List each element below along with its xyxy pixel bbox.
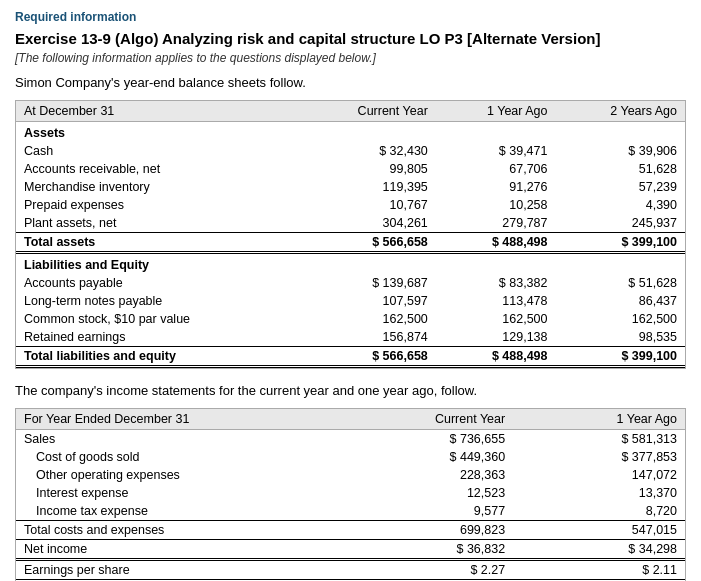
net-income-current: $ 36,832 <box>353 540 513 560</box>
required-label: Required information <box>15 10 686 24</box>
row-one-ago: 67,706 <box>436 160 556 178</box>
row-current: 10,767 <box>301 196 436 214</box>
row-label: Cash <box>16 142 301 160</box>
row-one-ago: 10,258 <box>436 196 556 214</box>
table-row: Cash $ 32,430 $ 39,471 $ 39,906 <box>16 142 685 160</box>
income-header: For Year Ended December 31 Current Year … <box>16 409 685 430</box>
row-one-ago: 13,370 <box>543 484 685 502</box>
row-one-ago: 91,276 <box>436 178 556 196</box>
is-col-one-ago: 1 Year Ago <box>543 409 685 430</box>
net-income-row: Net income $ 36,832 $ 34,298 <box>16 540 685 560</box>
assets-header-row: Assets <box>16 122 685 143</box>
row-label: Prepaid expenses <box>16 196 301 214</box>
intro-text: Simon Company's year-end balance sheets … <box>15 75 686 90</box>
row-label: Merchandise inventory <box>16 178 301 196</box>
row-label: Accounts payable <box>16 274 301 292</box>
table-row: Long-term notes payable 107,597 113,478 … <box>16 292 685 310</box>
row-label: Plant assets, net <box>16 214 301 233</box>
row-label: Retained earnings <box>16 328 301 347</box>
total-costs-row: Total costs and expenses 699,823 547,015 <box>16 521 685 540</box>
total-liab-row: Total liabilities and equity $ 566,658 $… <box>16 347 685 367</box>
row-current: 9,577 <box>353 502 513 521</box>
row-two-ago: $ 51,628 <box>555 274 685 292</box>
eps-label: Earnings per share <box>16 560 353 581</box>
row-one-ago: 113,478 <box>436 292 556 310</box>
sales-one-ago: $ 581,313 <box>543 430 685 449</box>
row-one-ago: 129,138 <box>436 328 556 347</box>
total-liab-two-ago: $ 399,100 <box>555 347 685 367</box>
total-liab-label: Total liabilities and equity <box>16 347 301 367</box>
row-one-ago: $ 39,471 <box>436 142 556 160</box>
row-label: Common stock, $10 par value <box>16 310 301 328</box>
row-current: 119,395 <box>301 178 436 196</box>
mid-text: The company's income statements for the … <box>15 383 686 398</box>
subtitle: [The following information applies to th… <box>15 51 686 65</box>
bs-col-label: At December 31 <box>16 101 301 122</box>
liabilities-header-row: Liabilities and Equity <box>16 253 685 275</box>
row-two-ago: $ 39,906 <box>555 142 685 160</box>
row-label: Income tax expense <box>16 502 353 521</box>
table-row: Interest expense 12,523 13,370 <box>16 484 685 502</box>
income-statement-table: For Year Ended December 31 Current Year … <box>15 408 686 581</box>
row-label: Long-term notes payable <box>16 292 301 310</box>
bs-col-two-ago: 2 Years Ago <box>555 101 685 122</box>
row-two-ago: 4,390 <box>555 196 685 214</box>
row-current: 156,874 <box>301 328 436 347</box>
net-income-one-ago: $ 34,298 <box>543 540 685 560</box>
row-current: 304,261 <box>301 214 436 233</box>
row-two-ago: 86,437 <box>555 292 685 310</box>
row-two-ago: 245,937 <box>555 214 685 233</box>
exercise-title: Exercise 13-9 (Algo) Analyzing risk and … <box>15 30 686 47</box>
row-one-ago: $ 83,382 <box>436 274 556 292</box>
total-costs-one-ago: 547,015 <box>543 521 685 540</box>
row-current: 228,363 <box>353 466 513 484</box>
bs-col-one-ago: 1 Year Ago <box>436 101 556 122</box>
row-one-ago: 8,720 <box>543 502 685 521</box>
is-col-label: For Year Ended December 31 <box>16 409 353 430</box>
row-current: 107,597 <box>301 292 436 310</box>
row-one-ago: 147,072 <box>543 466 685 484</box>
total-costs-label: Total costs and expenses <box>16 521 353 540</box>
assets-label: Assets <box>16 122 301 143</box>
balance-sheet-header: At December 31 Current Year 1 Year Ago 2… <box>16 101 685 122</box>
row-two-ago: 51,628 <box>555 160 685 178</box>
total-assets-two-ago: $ 399,100 <box>555 233 685 253</box>
eps-one-ago: $ 2.11 <box>543 560 685 581</box>
is-col-spacer <box>513 409 543 430</box>
row-two-ago: 98,535 <box>555 328 685 347</box>
is-col-current: Current Year <box>353 409 513 430</box>
total-assets-label: Total assets <box>16 233 301 253</box>
table-row: Cost of goods sold $ 449,360 $ 377,853 <box>16 448 685 466</box>
row-current: $ 139,687 <box>301 274 436 292</box>
row-current: $ 32,430 <box>301 142 436 160</box>
eps-current: $ 2.27 <box>353 560 513 581</box>
table-row: Retained earnings 156,874 129,138 98,535 <box>16 328 685 347</box>
total-liab-current: $ 566,658 <box>301 347 436 367</box>
row-one-ago: $ 377,853 <box>543 448 685 466</box>
row-label: Accounts receivable, net <box>16 160 301 178</box>
liabilities-label: Liabilities and Equity <box>16 253 301 275</box>
eps-row: Earnings per share $ 2.27 $ 2.11 <box>16 560 685 581</box>
row-one-ago: 279,787 <box>436 214 556 233</box>
sales-current: $ 736,655 <box>353 430 513 449</box>
net-income-label: Net income <box>16 540 353 560</box>
table-row: Common stock, $10 par value 162,500 162,… <box>16 310 685 328</box>
row-current: 162,500 <box>301 310 436 328</box>
table-row: Accounts payable $ 139,687 $ 83,382 $ 51… <box>16 274 685 292</box>
row-current: 12,523 <box>353 484 513 502</box>
sales-label: Sales <box>16 430 353 449</box>
row-two-ago: 162,500 <box>555 310 685 328</box>
table-row: Other operating expenses 228,363 147,072 <box>16 466 685 484</box>
row-one-ago: 162,500 <box>436 310 556 328</box>
total-assets-row: Total assets $ 566,658 $ 488,498 $ 399,1… <box>16 233 685 253</box>
balance-sheet-table: At December 31 Current Year 1 Year Ago 2… <box>15 100 686 369</box>
table-row: Prepaid expenses 10,767 10,258 4,390 <box>16 196 685 214</box>
row-label: Interest expense <box>16 484 353 502</box>
sales-row: Sales $ 736,655 $ 581,313 <box>16 430 685 449</box>
row-two-ago: 57,239 <box>555 178 685 196</box>
total-liab-one-ago: $ 488,498 <box>436 347 556 367</box>
total-assets-current: $ 566,658 <box>301 233 436 253</box>
row-label: Other operating expenses <box>16 466 353 484</box>
total-costs-current: 699,823 <box>353 521 513 540</box>
row-current: 99,805 <box>301 160 436 178</box>
